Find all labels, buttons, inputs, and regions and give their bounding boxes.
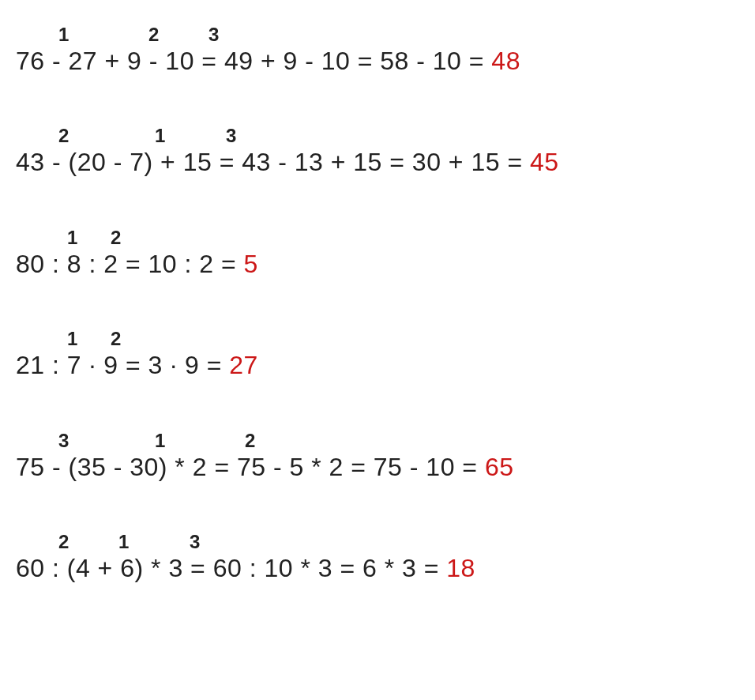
- equation-block: 1280 : 8 : 2 = 10 : 2 = 5: [16, 227, 739, 279]
- result-value: 45: [530, 148, 559, 176]
- step-order-row: 123: [16, 24, 739, 46]
- result-value: 27: [229, 351, 258, 379]
- equation-row: 60 : (4 + 6) * 3 = 60 : 10 * 3 = 6 * 3 =…: [16, 553, 739, 583]
- equation-block: 21343 - (20 - 7) + 15 = 43 - 13 + 15 = 3…: [16, 125, 739, 177]
- expression-text: 80 : 8 : 2 = 10 : 2 =: [16, 250, 244, 278]
- step-number: 1: [155, 125, 165, 148]
- equation-block: 21360 : (4 + 6) * 3 = 60 : 10 * 3 = 6 * …: [16, 531, 739, 583]
- result-value: 48: [491, 47, 520, 75]
- step-number: 2: [58, 531, 69, 554]
- step-number: 3: [190, 531, 200, 554]
- step-order-row: 213: [16, 125, 739, 147]
- expression-text: 43 - (20 - 7) + 15 = 43 - 13 + 15 = 30 +…: [16, 148, 530, 176]
- step-number: 2: [148, 24, 159, 47]
- expression-text: 75 - (35 - 30) * 2 = 75 - 5 * 2 = 75 - 1…: [16, 453, 485, 481]
- result-value: 18: [446, 554, 475, 582]
- equation-block: 31275 - (35 - 30) * 2 = 75 - 5 * 2 = 75 …: [16, 430, 739, 482]
- step-order-row: 12: [16, 227, 739, 249]
- step-number: 3: [208, 24, 219, 47]
- step-order-row: 312: [16, 430, 739, 452]
- equation-row: 76 - 27 + 9 - 10 = 49 + 9 - 10 = 58 - 10…: [16, 46, 739, 76]
- step-number: 2: [245, 430, 255, 453]
- step-order-row: 213: [16, 531, 739, 553]
- step-number: 1: [67, 328, 77, 351]
- expression-text: 60 : (4 + 6) * 3 = 60 : 10 * 3 = 6 * 3 =: [16, 554, 446, 582]
- step-number: 1: [118, 531, 129, 554]
- step-number: 1: [67, 227, 77, 250]
- step-number: 2: [58, 125, 69, 148]
- equation-row: 21 : 7 · 9 = 3 · 9 = 27: [16, 350, 739, 380]
- step-number: 3: [226, 125, 236, 148]
- math-worksheet: 12376 - 27 + 9 - 10 = 49 + 9 - 10 = 58 -…: [16, 24, 739, 583]
- expression-text: 76 - 27 + 9 - 10 = 49 + 9 - 10 = 58 - 10…: [16, 47, 491, 75]
- step-number: 1: [155, 430, 165, 453]
- equation-block: 12376 - 27 + 9 - 10 = 49 + 9 - 10 = 58 -…: [16, 24, 739, 76]
- equation-row: 80 : 8 : 2 = 10 : 2 = 5: [16, 249, 739, 279]
- equation-block: 1221 : 7 · 9 = 3 · 9 = 27: [16, 328, 739, 380]
- step-number: 3: [58, 430, 69, 453]
- result-value: 65: [485, 453, 514, 481]
- step-number: 2: [111, 328, 121, 351]
- equation-row: 75 - (35 - 30) * 2 = 75 - 5 * 2 = 75 - 1…: [16, 452, 739, 482]
- step-order-row: 12: [16, 328, 739, 350]
- equation-row: 43 - (20 - 7) + 15 = 43 - 13 + 15 = 30 +…: [16, 147, 739, 177]
- step-number: 2: [111, 227, 121, 250]
- step-number: 1: [58, 24, 69, 47]
- expression-text: 21 : 7 · 9 = 3 · 9 =: [16, 351, 229, 379]
- result-value: 5: [244, 250, 258, 278]
